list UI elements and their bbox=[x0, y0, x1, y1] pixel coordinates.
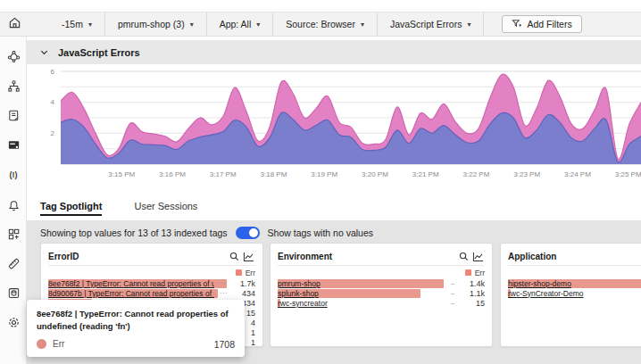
svg-text:3:24 PM: 3:24 PM bbox=[564, 170, 591, 178]
time-range-picker[interactable]: -15m ▾ bbox=[49, 12, 105, 36]
toggle-knob bbox=[249, 228, 258, 237]
left-nav-sidebar: (!) bbox=[0, 37, 27, 364]
row-value: 1.4k bbox=[462, 279, 485, 288]
filter-chip-error-type[interactable]: JavaScript Errors ▾ bbox=[378, 12, 485, 36]
svg-text:3:18 PM: 3:18 PM bbox=[261, 170, 287, 178]
search-icon[interactable] bbox=[456, 251, 470, 263]
legend-swatch bbox=[465, 269, 471, 276]
row-link[interactable]: rwc-SynCreator-Demo bbox=[508, 289, 641, 298]
settings-gear-icon[interactable] bbox=[6, 315, 21, 329]
panel-legend: Err bbox=[48, 267, 255, 278]
summary-row: Showing top values for 13 of 13 indexed … bbox=[40, 227, 373, 239]
toggle-label: Show tags with no values bbox=[268, 228, 373, 238]
tooltip-value: 1708 bbox=[214, 339, 235, 350]
filter-chip-label: pmrum-shop (3) bbox=[118, 19, 185, 29]
filter-chip-label: JavaScript Errors bbox=[390, 19, 462, 29]
filter-chip-label: App: All bbox=[220, 19, 252, 29]
svg-text:3:15 PM: 3:15 PM bbox=[108, 170, 135, 178]
data-management-icon[interactable] bbox=[6, 285, 21, 300]
service-workflow-icon[interactable] bbox=[6, 79, 21, 93]
time-range-value: -15m bbox=[62, 19, 83, 29]
home-icon bbox=[8, 16, 21, 33]
table-row[interactable]: hipster-shop-demo bbox=[508, 278, 641, 288]
panel-header: ErrorID bbox=[48, 248, 255, 266]
svg-text:3:25 PM: 3:25 PM bbox=[615, 170, 641, 178]
javascript-errors-chart[interactable]: 2463:15 PM3:16 PM3:17 PM3:18 PM3:19 PM3:… bbox=[27, 64, 641, 191]
svg-text:3:23 PM: 3:23 PM bbox=[513, 170, 540, 178]
collapse-chevron-icon[interactable] bbox=[39, 45, 49, 61]
rum-dashboard-icon[interactable] bbox=[6, 137, 21, 152]
svg-text:3:20 PM: 3:20 PM bbox=[362, 170, 388, 178]
table-row[interactable]: rwc-syncreator – 15 bbox=[278, 298, 485, 308]
panel-legend: Err bbox=[278, 267, 485, 278]
row-link[interactable]: pmrum-shop bbox=[278, 279, 444, 288]
show-tags-toggle[interactable] bbox=[236, 227, 260, 239]
row-link[interactable]: 8d90067b | TypeError: Cannot read proper… bbox=[48, 289, 214, 298]
logs-icon[interactable] bbox=[6, 108, 21, 122]
panel-legend bbox=[508, 267, 641, 278]
notifications-bell-icon[interactable] bbox=[6, 197, 21, 211]
legend-label: Err bbox=[246, 269, 255, 277]
spotlight-tabs: Tag Spotlight User Sessions bbox=[27, 191, 641, 220]
table-row[interactable]: splunk-shop – 1.1k bbox=[278, 288, 485, 298]
tooltip-series-row: Err 1708 bbox=[37, 339, 235, 350]
table-row[interactable]: 8d90067b | TypeError: Cannot read proper… bbox=[48, 288, 255, 298]
svg-text:6: 6 bbox=[51, 68, 55, 76]
nav-home-button[interactable] bbox=[0, 12, 49, 36]
chart-view-icon[interactable] bbox=[241, 251, 255, 263]
row-menu[interactable]: ⋯ bbox=[214, 289, 232, 297]
filter-toolbar: -15m ▾ pmrum-shop (3) ▾ App: All ▾ Sourc… bbox=[0, 12, 641, 37]
panel-header: Environment bbox=[278, 248, 485, 266]
table-row[interactable]: pmrum-shop – 1.4k bbox=[278, 278, 485, 288]
filter-chip-app[interactable]: App: All ▾ bbox=[207, 12, 274, 36]
row-menu[interactable]: – bbox=[444, 289, 462, 297]
chart-section-title: JavaScript Errors bbox=[58, 47, 140, 58]
panel-title: ErrorID bbox=[48, 252, 227, 261]
metrics-ruler-icon[interactable] bbox=[6, 256, 21, 270]
chevron-down-icon: ▾ bbox=[88, 21, 92, 29]
summary-text: Showing top values for 13 of 13 indexed … bbox=[40, 228, 228, 238]
row-value: 1.7k bbox=[232, 279, 255, 288]
stacked-area-chart: 2463:15 PM3:16 PM3:17 PM3:18 PM3:19 PM3:… bbox=[27, 64, 641, 191]
chevron-down-icon: ▾ bbox=[256, 21, 260, 29]
row-link[interactable]: splunk-shop bbox=[278, 289, 444, 298]
add-filters-label: Add Filters bbox=[527, 19, 571, 29]
detectors-alert-icon[interactable]: (!) bbox=[6, 168, 21, 182]
filter-chip-source[interactable]: Source: Browser ▾ bbox=[273, 12, 378, 36]
table-row[interactable]: 8ee768f2 | TypeError: Cannot read proper… bbox=[48, 278, 255, 288]
filter-plus-icon bbox=[512, 19, 521, 30]
error-tooltip: 8ee768f2 | TypeError: Cannot read proper… bbox=[27, 300, 245, 357]
tooltip-title: 8ee768f2 | TypeError: Cannot read proper… bbox=[37, 308, 235, 333]
tab-tag-spotlight[interactable]: Tag Spotlight bbox=[40, 191, 102, 220]
panel-header: Application bbox=[508, 248, 641, 266]
chart-view-icon[interactable] bbox=[470, 251, 485, 263]
row-value: 434 bbox=[232, 289, 255, 298]
panel-application: Application hipster-shop-demo rwc-SynCre… bbox=[500, 243, 641, 347]
row-link[interactable]: 8ee768f2 | TypeError: Cannot read proper… bbox=[48, 279, 214, 288]
row-menu[interactable]: ⋯ bbox=[214, 279, 232, 287]
panel-environment: Environment Err pmrum-shop – 1.4k bbox=[270, 243, 493, 347]
svg-text:3:21 PM: 3:21 PM bbox=[412, 170, 439, 178]
legend-label: Err bbox=[475, 269, 485, 277]
search-icon[interactable] bbox=[227, 251, 241, 263]
add-filters-button[interactable]: Add Filters bbox=[502, 15, 581, 33]
apps-grid-icon[interactable] bbox=[6, 227, 21, 241]
svg-text:3:19 PM: 3:19 PM bbox=[311, 170, 337, 178]
svg-text:3:17 PM: 3:17 PM bbox=[210, 170, 237, 178]
chart-section-header: JavaScript Errors bbox=[27, 40, 641, 64]
chevron-down-icon: ▾ bbox=[361, 21, 364, 29]
row-menu[interactable]: – bbox=[444, 299, 462, 307]
svg-text:2: 2 bbox=[51, 129, 55, 137]
legend-swatch bbox=[236, 269, 242, 276]
row-link[interactable]: rwc-syncreator bbox=[278, 299, 444, 308]
series-dot-icon bbox=[37, 339, 46, 349]
row-menu[interactable]: – bbox=[444, 279, 462, 287]
tooltip-series-label: Err bbox=[53, 339, 208, 349]
svg-text:4: 4 bbox=[51, 98, 55, 106]
apm-network-icon[interactable] bbox=[6, 49, 21, 63]
filter-chip-environment[interactable]: pmrum-shop (3) ▾ bbox=[105, 12, 207, 36]
row-link[interactable]: hipster-shop-demo bbox=[508, 279, 641, 288]
tab-user-sessions[interactable]: User Sessions bbox=[134, 191, 197, 220]
table-row[interactable]: rwc-SynCreator-Demo bbox=[508, 288, 641, 298]
chevron-down-icon: ▾ bbox=[467, 21, 470, 29]
